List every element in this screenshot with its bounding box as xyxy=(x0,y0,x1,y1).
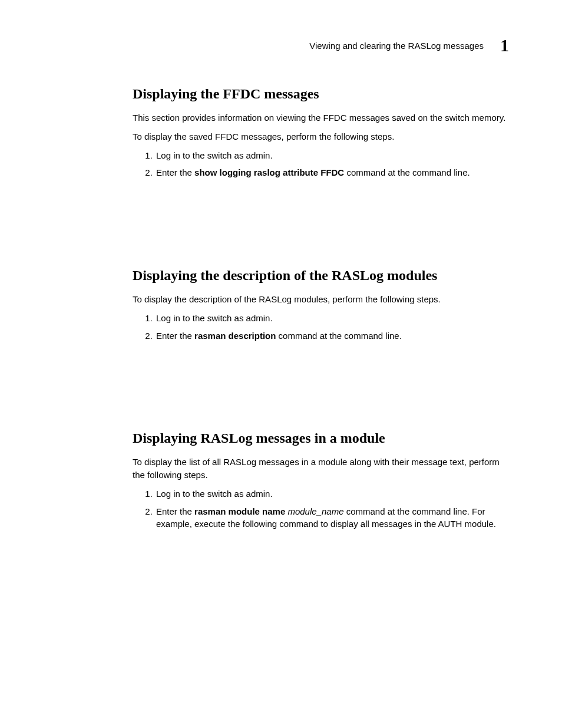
step-item: Enter the rasman module name module_name… xyxy=(155,505,509,531)
paragraph: To display the saved FFDC messages, perf… xyxy=(133,130,509,143)
step-text-pre: Enter the xyxy=(156,167,194,177)
section-raslog-modules: Displaying the description of the RASLog… xyxy=(133,268,509,342)
step-text: Log in to the switch as admin. xyxy=(156,489,273,499)
section-body: To display the description of the RASLog… xyxy=(133,293,509,342)
command-text: rasman description xyxy=(194,331,276,341)
section-title: Displaying the description of the RASLog… xyxy=(133,268,509,284)
step-item: Enter the rasman description command at … xyxy=(155,330,509,342)
running-header-text: Viewing and clearing the RASLog messages xyxy=(309,41,484,51)
section-title: Displaying the FFDC messages xyxy=(133,86,509,102)
step-text: Log in to the switch as admin. xyxy=(156,150,273,160)
command-arg: module_name xyxy=(285,506,343,516)
step-text-pre: Enter the xyxy=(156,331,194,341)
command-text: show logging raslog attribute FFDC xyxy=(194,167,344,177)
steps-list: Log in to the switch as admin. Enter the… xyxy=(133,312,509,342)
page-container: Viewing and clearing the RASLog messages… xyxy=(0,0,562,728)
section-body: To display the list of all RASLog messag… xyxy=(133,456,509,531)
step-item: Log in to the switch as admin. xyxy=(155,487,509,500)
section-raslog-in-module: Displaying RASLog messages in a module T… xyxy=(133,430,509,531)
step-text-pre: Enter the xyxy=(156,506,194,516)
step-text-post: command at the command line. xyxy=(276,331,401,341)
steps-list: Log in to the switch as admin. Enter the… xyxy=(133,149,509,180)
running-header: Viewing and clearing the RASLog messages… xyxy=(133,35,509,55)
step-text: Log in to the switch as admin. xyxy=(156,313,273,323)
paragraph: This section provides information on vie… xyxy=(133,111,509,124)
section-title: Displaying RASLog messages in a module xyxy=(133,430,509,446)
section-body: This section provides information on vie… xyxy=(133,111,509,179)
step-item: Log in to the switch as admin. xyxy=(155,149,509,162)
command-text: rasman module name xyxy=(194,506,285,516)
step-item: Enter the show logging raslog attribute … xyxy=(155,166,509,179)
step-item: Log in to the switch as admin. xyxy=(155,312,509,325)
step-text-post: command at the command line. xyxy=(344,167,470,177)
paragraph: To display the description of the RASLog… xyxy=(133,293,509,306)
chapter-number: 1 xyxy=(500,35,509,55)
steps-list: Log in to the switch as admin. Enter the… xyxy=(133,487,509,531)
paragraph: To display the list of all RASLog messag… xyxy=(133,456,509,482)
section-ffdc: Displaying the FFDC messages This sectio… xyxy=(133,86,509,179)
